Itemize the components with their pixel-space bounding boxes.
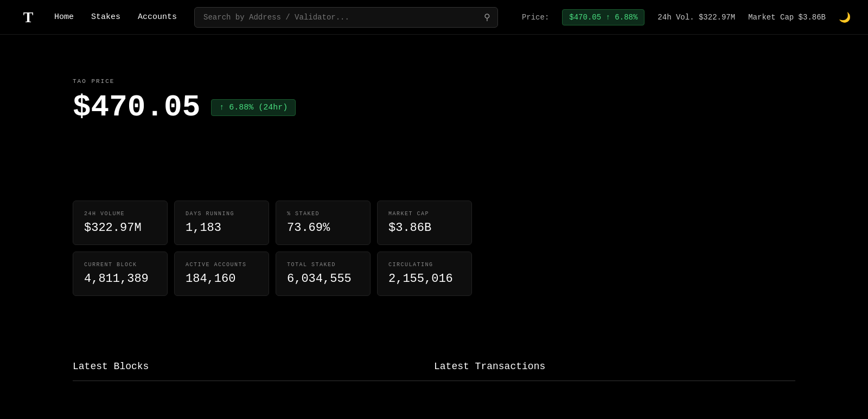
logo-text: T: [23, 9, 34, 26]
stat-value-market-cap: $3.86B: [388, 221, 461, 235]
stat-label-market-cap: MARKET CAP: [388, 211, 461, 217]
latest-blocks-col: Latest Blocks: [73, 361, 434, 381]
logo[interactable]: T: [17, 7, 39, 28]
stat-value-24h-volume: $322.97M: [84, 221, 156, 235]
stat-value-current-block: 4,811,389: [84, 272, 156, 286]
stat-label-active-accounts: ACTIVE ACCOUNTS: [186, 262, 258, 268]
stat-label-days-running: DAYS RUNNING: [186, 211, 258, 217]
stat-label-24h-volume: 24H VOLUME: [84, 211, 156, 217]
stat-label-current-block: CURRENT BLOCK: [84, 262, 156, 268]
nav-home[interactable]: Home: [54, 12, 74, 22]
stat-value-total-staked: 6,034,555: [287, 272, 359, 286]
price-label: Price:: [522, 13, 549, 22]
search-input[interactable]: [194, 7, 498, 28]
stat-card-active-accounts: ACTIVE ACCOUNTS 184,160: [174, 252, 269, 296]
stat-value-circulating: 2,155,016: [388, 272, 461, 286]
stat-label-circulating: CIRCULATING: [388, 262, 461, 268]
latest-blocks-divider: [73, 381, 434, 381]
price-badge: $470.05 ↑ 6.88%: [562, 9, 644, 25]
latest-transactions-col: Latest Transactions: [434, 361, 795, 381]
stat-card-circulating: CIRCULATING 2,155,016: [377, 252, 472, 296]
stat-card-current-block: CURRENT BLOCK 4,811,389: [73, 252, 168, 296]
tao-price-label: TAO PRICE: [73, 78, 795, 85]
search-icon: ⚲: [484, 12, 490, 23]
latest-blocks-title: Latest Blocks: [73, 361, 434, 372]
stat-label-total-staked: TOTAL STAKED: [287, 262, 359, 268]
stat-card-pct-staked: % STAKED 73.69%: [276, 201, 371, 245]
latest-section: Latest Blocks Latest Transactions: [0, 361, 868, 381]
stat-label-pct-staked: % STAKED: [287, 211, 359, 217]
nav-accounts[interactable]: Accounts: [138, 12, 177, 22]
stat-value-days-running: 1,183: [186, 221, 258, 235]
cap-label: Market Cap $3.86B: [748, 13, 826, 22]
hero-section: TAO PRICE $470.05 ↑ 6.88% (24hr): [0, 35, 868, 157]
latest-transactions-title: Latest Transactions: [434, 361, 795, 372]
tao-price-value: $470.05: [73, 90, 200, 125]
stats-grid: 24H VOLUME $322.97M DAYS RUNNING 1,183 %…: [0, 201, 868, 296]
latest-transactions-divider: [434, 381, 795, 381]
theme-toggle-icon[interactable]: 🌙: [839, 11, 851, 23]
stat-card-total-staked: TOTAL STAKED 6,034,555: [276, 252, 371, 296]
tao-price-row: $470.05 ↑ 6.88% (24hr): [73, 90, 795, 125]
nav-links: Home Stakes Accounts: [54, 12, 177, 22]
stat-card-market-cap: MARKET CAP $3.86B: [377, 201, 472, 245]
nav-right: Price: $470.05 ↑ 6.88% 24h Vol. $322.97M…: [522, 9, 851, 25]
nav-stakes[interactable]: Stakes: [91, 12, 120, 22]
vol-label: 24h Vol. $322.97M: [658, 13, 735, 22]
search-wrapper: ⚲: [194, 7, 498, 28]
tao-change-badge: ↑ 6.88% (24hr): [211, 99, 296, 116]
stat-value-pct-staked: 73.69%: [287, 221, 359, 235]
stat-card-24h-volume: 24H VOLUME $322.97M: [73, 201, 168, 245]
stat-value-active-accounts: 184,160: [186, 272, 258, 286]
navbar: T Home Stakes Accounts ⚲ Price: $470.05 …: [0, 0, 868, 35]
stat-card-days-running: DAYS RUNNING 1,183: [174, 201, 269, 245]
